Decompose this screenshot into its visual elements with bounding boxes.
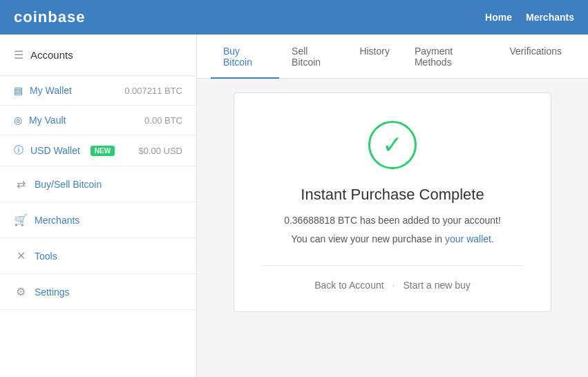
usd-wallet-balance: $0.00 USD: [138, 146, 182, 156]
new-badge: NEW: [91, 146, 115, 156]
my-wallet-icon: ▤: [14, 85, 23, 96]
sidebar-item-settings[interactable]: ⚙ Settings: [0, 274, 196, 310]
tab-history[interactable]: History: [347, 35, 402, 79]
tab-payment-methods[interactable]: Payment Methods: [402, 35, 497, 79]
accounts-icon: ☰: [14, 48, 23, 61]
sidebar-item-merchants[interactable]: 🛒 Merchants: [0, 202, 196, 238]
merchants-icon: 🛒: [14, 213, 28, 226]
header-nav: Home Merchants: [485, 12, 574, 23]
sidebar-item-tools[interactable]: ✕ Tools: [0, 238, 196, 274]
sidebar-item-buy-sell-label: Buy/Sell Bitcoin: [35, 179, 102, 190]
usd-wallet-icon: ⓘ: [14, 144, 23, 157]
tab-sell-bitcoin[interactable]: Sell Bitcoin: [279, 35, 347, 79]
success-actions: Back to Account · Start a new buy: [314, 280, 471, 291]
start-new-buy-link[interactable]: Start a new buy: [404, 280, 471, 291]
my-vault-balance: 0.00 BTC: [144, 115, 182, 126]
my-wallet-balance: 0.007211 BTC: [124, 86, 182, 96]
checkmark-icon: ✓: [382, 133, 403, 157]
success-icon-circle: ✓: [368, 121, 417, 169]
nav-home[interactable]: Home: [485, 12, 512, 23]
my-vault-icon: ◎: [14, 115, 22, 126]
wallet-item-my-wallet[interactable]: ▤ My Wallet 0.007211 BTC: [0, 76, 196, 106]
success-divider: [262, 265, 523, 266]
tab-verifications[interactable]: Verifications: [497, 35, 574, 79]
sidebar-accounts-label: Accounts: [30, 49, 73, 61]
wallet-item-usd[interactable]: ⓘ USD Wallet NEW $0.00 USD: [0, 135, 196, 166]
tab-bar: Buy Bitcoin Sell Bitcoin History Payment…: [197, 35, 588, 79]
link-suffix: .: [491, 233, 494, 244]
wallet-item-my-vault[interactable]: ◎ My Vault 0.00 BTC: [0, 106, 196, 135]
tab-buy-bitcoin[interactable]: Buy Bitcoin: [211, 35, 279, 79]
settings-icon: ⚙: [14, 285, 28, 298]
layout: ☰ Accounts ▤ My Wallet 0.007211 BTC ◎ My…: [0, 35, 588, 377]
main-content-area: ✓ Instant Purchase Complete 0.36688818 B…: [197, 79, 588, 326]
sidebar-item-merchants-label: Merchants: [35, 215, 79, 226]
main-content: Buy Bitcoin Sell Bitcoin History Payment…: [197, 35, 588, 377]
success-title: Instant Purchase Complete: [301, 186, 484, 204]
my-vault-label: My Vault: [29, 115, 66, 126]
logo: coinbase: [14, 8, 85, 26]
back-to-account-link[interactable]: Back to Account: [314, 280, 383, 291]
header: coinbase Home Merchants: [0, 0, 588, 35]
sidebar-item-tools-label: Tools: [35, 251, 57, 262]
your-wallet-link[interactable]: your wallet: [445, 233, 491, 244]
dot-separator: ·: [392, 280, 395, 291]
tools-icon: ✕: [14, 249, 28, 262]
buy-sell-icon: ⇄: [14, 177, 28, 191]
sidebar-item-settings-label: Settings: [35, 287, 70, 298]
nav-merchants[interactable]: Merchants: [526, 12, 574, 23]
usd-wallet-label: USD Wallet: [30, 145, 80, 156]
sidebar-item-buy-sell[interactable]: ⇄ Buy/Sell Bitcoin: [0, 166, 196, 202]
sidebar: ☰ Accounts ▤ My Wallet 0.007211 BTC ◎ My…: [0, 35, 197, 377]
success-description: 0.36688818 BTC has been added to your ac…: [284, 213, 501, 228]
my-wallet-label: My Wallet: [30, 85, 72, 96]
success-wallet-link-text: You can view your new purchase in your w…: [291, 233, 494, 244]
success-card: ✓ Instant Purchase Complete 0.36688818 B…: [234, 93, 551, 312]
link-prefix: You can view your new purchase in: [291, 233, 445, 244]
sidebar-accounts-header: ☰ Accounts: [0, 35, 196, 76]
